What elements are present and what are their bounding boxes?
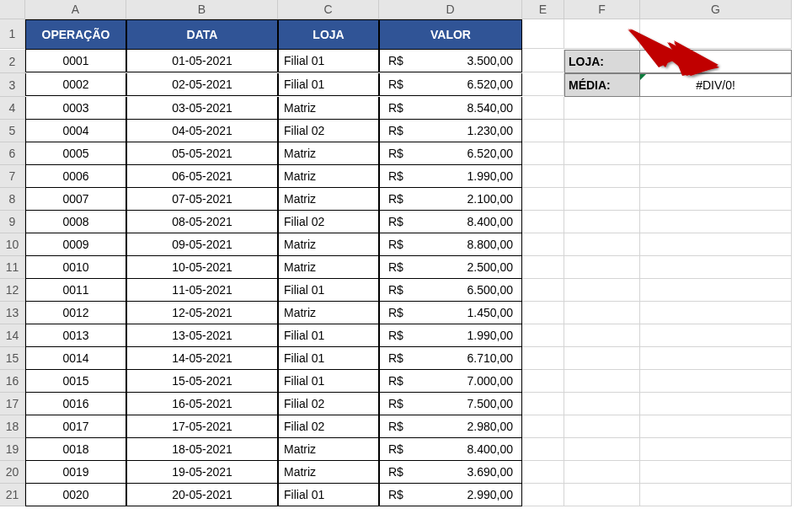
cell-loja-16[interactable]: Filial 01 [278,370,379,393]
cell-valor-21[interactable]: R$2.990,00 [379,484,522,506]
cell-G6[interactable] [640,142,792,165]
col-head-B[interactable]: B [126,0,278,19]
cell-valor-8[interactable]: R$2.100,00 [379,188,522,211]
cell-valor-2[interactable]: R$3.500,00 [379,50,522,72]
cell-op-11[interactable]: 0010 [25,256,126,279]
cell-data-2[interactable]: 01-05-2021 [126,50,278,72]
row-head-15[interactable]: 15 [0,347,25,370]
side-media-label[interactable]: MÉDIA: [564,73,640,97]
header-data[interactable]: DATA [126,19,278,50]
cell-op-16[interactable]: 0015 [25,370,126,393]
side-loja-label[interactable]: LOJA: [564,50,640,73]
cell-F4[interactable] [564,97,640,120]
cell-op-18[interactable]: 0017 [25,415,126,438]
cell-E8[interactable] [522,188,564,211]
cell-G17[interactable] [640,393,792,415]
cell-op-14[interactable]: 0013 [25,324,126,347]
cell-data-11[interactable]: 10-05-2021 [126,256,278,279]
row-head-9[interactable]: 9 [0,211,25,233]
cell-G8[interactable] [640,188,792,211]
cell-op-15[interactable]: 0014 [25,347,126,370]
cell-op-8[interactable]: 0007 [25,188,126,211]
cell-op-3[interactable]: 0002 [25,73,126,96]
cell-valor-15[interactable]: R$6.710,00 [379,347,522,370]
cell-loja-14[interactable]: Filial 01 [278,324,379,347]
row-head-4[interactable]: 4 [0,97,25,120]
cell-E10[interactable] [522,233,564,256]
row-head-3[interactable]: 3 [0,73,25,97]
cell-F17[interactable] [564,393,640,415]
cell-E9[interactable] [522,211,564,233]
cell-F14[interactable] [564,324,640,347]
cell-op-17[interactable]: 0016 [25,393,126,415]
cell-data-6[interactable]: 05-05-2021 [126,142,278,165]
cell-data-8[interactable]: 07-05-2021 [126,188,278,211]
cell-E3[interactable] [522,73,564,96]
cell-G9[interactable] [640,211,792,233]
cell-valor-17[interactable]: R$7.500,00 [379,393,522,415]
cell-op-9[interactable]: 0008 [25,211,126,233]
cell-valor-10[interactable]: R$8.800,00 [379,233,522,256]
cell-valor-5[interactable]: R$1.230,00 [379,120,522,142]
cell-valor-4[interactable]: R$8.540,00 [379,97,522,120]
cell-F7[interactable] [564,165,640,188]
header-loja[interactable]: LOJA [278,19,379,50]
cell-loja-6[interactable]: Matriz [278,142,379,165]
cell-G16[interactable] [640,370,792,393]
cell-F21[interactable] [564,484,640,506]
cell-data-19[interactable]: 18-05-2021 [126,438,278,461]
cell-op-6[interactable]: 0005 [25,142,126,165]
cell-data-4[interactable]: 03-05-2021 [126,97,278,120]
cell-G10[interactable] [640,233,792,256]
cell-F9[interactable] [564,211,640,233]
cell-F18[interactable] [564,415,640,438]
row-head-14[interactable]: 14 [0,324,25,347]
cell-E14[interactable] [522,324,564,347]
row-head-2[interactable]: 2 [0,50,25,73]
col-head-G[interactable]: G [640,0,792,19]
cell-G15[interactable] [640,347,792,370]
col-head-F[interactable]: F [564,0,640,19]
cell-F5[interactable] [564,120,640,142]
cell-op-20[interactable]: 0019 [25,461,126,484]
cell-data-3[interactable]: 02-05-2021 [126,73,278,96]
cell-G20[interactable] [640,461,792,484]
cell-G7[interactable] [640,165,792,188]
row-head-19[interactable]: 19 [0,438,25,461]
cell-loja-12[interactable]: Filial 01 [278,279,379,302]
cell-data-16[interactable]: 15-05-2021 [126,370,278,393]
cell-F15[interactable] [564,347,640,370]
header-operacao[interactable]: OPERAÇÃO [25,19,126,50]
cell-F12[interactable] [564,279,640,302]
cell-loja-9[interactable]: Filial 02 [278,211,379,233]
row-head-21[interactable]: 21 [0,484,25,506]
row-head-12[interactable]: 12 [0,279,25,302]
cell-F16[interactable] [564,370,640,393]
cell-E18[interactable] [522,415,564,438]
cell-G14[interactable] [640,324,792,347]
cell-valor-9[interactable]: R$8.400,00 [379,211,522,233]
cell-loja-11[interactable]: Matriz [278,256,379,279]
cell-valor-7[interactable]: R$1.990,00 [379,165,522,188]
cell-loja-8[interactable]: Matriz [278,188,379,211]
cell-valor-12[interactable]: R$6.500,00 [379,279,522,302]
cell-loja-21[interactable]: Filial 01 [278,484,379,506]
cell-G18[interactable] [640,415,792,438]
cell-op-13[interactable]: 0012 [25,302,126,324]
col-head-C[interactable]: C [278,0,379,19]
cell-E6[interactable] [522,142,564,165]
cell-data-21[interactable]: 20-05-2021 [126,484,278,506]
cell-data-14[interactable]: 13-05-2021 [126,324,278,347]
cell-E7[interactable] [522,165,564,188]
cell-E4[interactable] [522,97,564,120]
cell-loja-20[interactable]: Matriz [278,461,379,484]
cell-data-20[interactable]: 19-05-2021 [126,461,278,484]
row-head-1[interactable]: 1 [0,19,25,49]
cell-op-2[interactable]: 0001 [25,50,126,72]
cell-op-21[interactable]: 0020 [25,484,126,506]
cell-data-15[interactable]: 14-05-2021 [126,347,278,370]
cell-data-10[interactable]: 09-05-2021 [126,233,278,256]
cell-loja-13[interactable]: Matriz [278,302,379,324]
row-head-13[interactable]: 13 [0,302,25,324]
cell-valor-18[interactable]: R$2.980,00 [379,415,522,438]
